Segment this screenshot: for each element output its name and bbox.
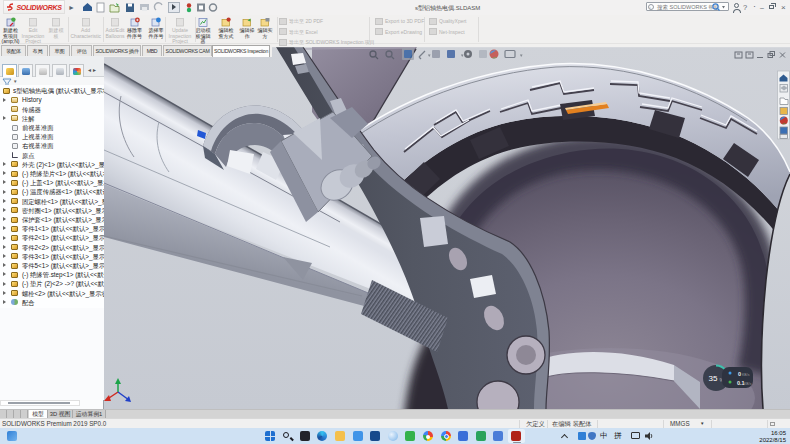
svg-text:KB/s: KB/s [742, 373, 750, 377]
svg-text:▼: ▼ [460, 53, 464, 58]
svg-text:0: 0 [738, 371, 741, 377]
svg-text:i: i [650, 5, 651, 10]
svg-text:35: 35 [709, 374, 718, 383]
svg-text:KB/s: KB/s [744, 382, 752, 386]
svg-text:▼: ▼ [519, 53, 523, 58]
svg-text:▼: ▼ [427, 53, 431, 58]
